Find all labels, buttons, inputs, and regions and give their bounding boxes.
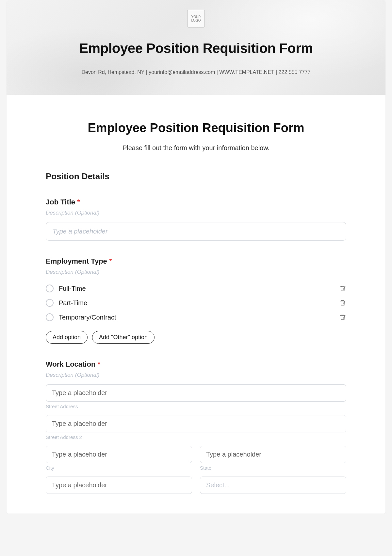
- field-work-location: Work Location * Description (Optional) S…: [46, 360, 346, 494]
- form-title: Employee Position Requisition Form: [46, 121, 346, 135]
- job-title-label-text: Job Title: [46, 198, 75, 206]
- field-employment-type: Employment Type * Description (Optional)…: [46, 257, 346, 344]
- trash-icon[interactable]: [339, 285, 346, 292]
- country-select[interactable]: [200, 477, 346, 494]
- state-sublabel: State: [200, 465, 346, 471]
- radio-option-left[interactable]: Part-Time: [46, 299, 87, 307]
- radio-option: Temporary/Contract: [46, 310, 346, 324]
- street-address-2-input[interactable]: [46, 415, 346, 432]
- radio-label: Part-Time: [59, 299, 87, 307]
- street-address-2-sublabel: Street Address 2: [46, 434, 346, 440]
- required-mark: *: [109, 257, 112, 265]
- form-content: Employee Position Requisition Form Pleas…: [7, 95, 385, 513]
- hero-banner: YOUR LOGO Employee Position Requisition …: [7, 0, 385, 95]
- add-other-option-button[interactable]: Add "Other" option: [92, 331, 155, 344]
- state-input[interactable]: [200, 446, 346, 463]
- hero-title: Employee Position Requisition Form: [7, 41, 385, 56]
- radio-option-left[interactable]: Temporary/Contract: [46, 313, 116, 321]
- employment-type-options: Full-Time Part-Time Temporary/Contract: [46, 281, 346, 324]
- trash-icon[interactable]: [339, 314, 346, 321]
- radio-icon[interactable]: [46, 285, 54, 292]
- street-address-sublabel: Street Address: [46, 404, 346, 409]
- radio-option: Full-Time: [46, 281, 346, 296]
- radio-option-left[interactable]: Full-Time: [46, 285, 86, 292]
- work-location-label-text: Work Location: [46, 360, 95, 368]
- job-title-label: Job Title *: [46, 198, 346, 206]
- trash-icon[interactable]: [339, 299, 346, 306]
- city-sublabel: City: [46, 465, 192, 471]
- hero-contact-line: Devon Rd, Hempstead, NY | yourinfo@email…: [7, 69, 385, 75]
- job-title-description[interactable]: Description (Optional): [46, 210, 346, 216]
- work-location-description[interactable]: Description (Optional): [46, 372, 346, 378]
- street-address-input[interactable]: [46, 384, 346, 402]
- employment-type-description[interactable]: Description (Optional): [46, 269, 346, 275]
- logo-text: YOUR LOGO: [188, 15, 204, 22]
- employment-type-label-text: Employment Type: [46, 257, 107, 265]
- employment-type-label: Employment Type *: [46, 257, 346, 266]
- radio-icon[interactable]: [46, 299, 54, 307]
- city-input[interactable]: [46, 446, 192, 463]
- zip-input[interactable]: [46, 477, 192, 494]
- section-position-details: Position Details: [46, 171, 346, 182]
- field-job-title: Job Title * Description (Optional): [46, 198, 346, 241]
- option-buttons-row: Add option Add "Other" option: [46, 331, 346, 344]
- radio-label: Full-Time: [59, 285, 86, 292]
- logo-placeholder: YOUR LOGO: [187, 10, 205, 27]
- radio-icon[interactable]: [46, 313, 54, 321]
- radio-option: Part-Time: [46, 296, 346, 310]
- work-location-label: Work Location *: [46, 360, 346, 369]
- form-card: YOUR LOGO Employee Position Requisition …: [7, 0, 385, 513]
- add-option-button[interactable]: Add option: [46, 331, 88, 344]
- form-subtitle: Please fill out the form with your infor…: [46, 144, 346, 152]
- required-mark: *: [77, 198, 80, 206]
- required-mark: *: [98, 360, 101, 368]
- radio-label: Temporary/Contract: [59, 314, 116, 321]
- job-title-input[interactable]: [46, 222, 346, 241]
